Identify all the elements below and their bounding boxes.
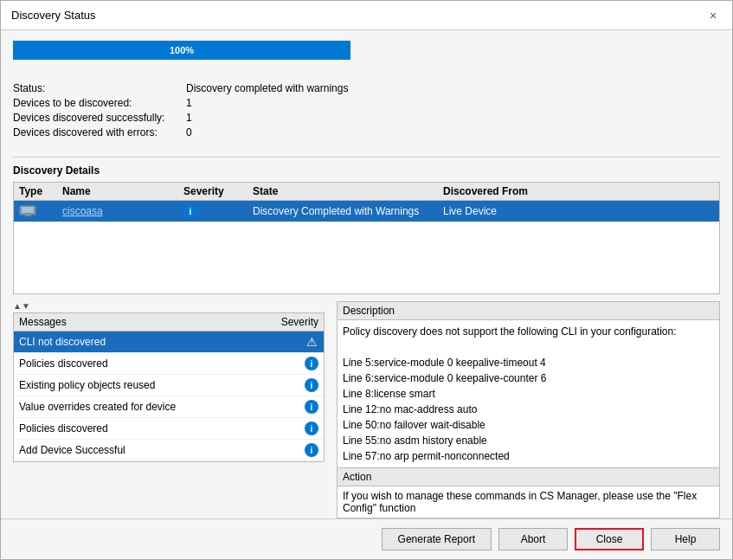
message-text: Existing policy objects reused [19, 379, 293, 391]
discovered-err-label: Devices discovered with errors: [13, 126, 186, 138]
discovery-details-title: Discovery Details [13, 164, 720, 177]
discovered-err-value: 0 [186, 126, 192, 138]
svg-rect-1 [22, 207, 34, 213]
cell-name[interactable]: ciscoasa [62, 205, 183, 217]
messages-list[interactable]: CLI not discovered ⚠ Policies discovered… [14, 331, 324, 461]
device-icon [19, 205, 36, 217]
message-severity-icon: i [293, 357, 318, 370]
dialog-content: 100% Status: Discovery completed with wa… [1, 30, 732, 518]
message-text: Policies discovered [19, 357, 293, 370]
cell-type-icon [19, 205, 62, 217]
cell-severity-icon: i [183, 204, 253, 218]
col-header-severity: Severity [183, 185, 253, 197]
list-item[interactable]: CLI not discovered ⚠ [14, 331, 324, 353]
info-icon: i [305, 443, 318, 457]
message-severity-icon: i [293, 378, 318, 392]
list-item[interactable]: Policies discovered i [14, 418, 324, 440]
description-panel: Description Policy discovery does not su… [337, 301, 720, 518]
status-label: Status: [13, 82, 186, 94]
list-item[interactable]: Existing policy objects reused i [14, 375, 324, 396]
col-header-type: Type [19, 185, 62, 197]
svg-rect-2 [25, 215, 30, 216]
desc-header: Description [338, 302, 719, 320]
list-item[interactable]: Policies discovered i [14, 353, 324, 375]
desc-content[interactable]: Policy discovery does not support the fo… [338, 320, 719, 468]
message-severity-icon: ⚠ [293, 335, 318, 349]
desc-section: Description Policy discovery does not su… [338, 302, 719, 468]
to-discover-value: 1 [186, 97, 192, 109]
table-row[interactable]: ciscoasa i Discovery Completed with Warn… [14, 201, 719, 222]
action-header: Action [338, 468, 719, 486]
messages-header: Messages Severity [14, 313, 324, 331]
footer: Generate Report Abort Close Help [1, 518, 732, 559]
warning-icon: ⚠ [305, 335, 318, 349]
action-content: If you wish to manage these commands in … [338, 486, 719, 518]
to-discover-label: Devices to be discovered: [13, 97, 186, 109]
cell-state: Discovery Completed with Warnings [253, 205, 443, 217]
col-header-name: Name [62, 185, 183, 197]
status-section: Status: Discovery completed with warning… [13, 82, 720, 141]
message-text: Value overrides created for device [19, 401, 293, 413]
info-icon: i [305, 422, 318, 435]
bottom-section: ▲ ▼ Messages Severity CLI not discovered… [13, 301, 720, 518]
left-panel: ▲ ▼ Messages Severity CLI not discovered… [13, 301, 333, 518]
dialog-title: Discovery Status [11, 9, 96, 22]
info-icon: i [305, 357, 318, 370]
messages-col-label: Messages [19, 316, 67, 328]
discovered-ok-row: Devices discovered successfully: 1 [13, 112, 720, 124]
message-severity-icon: i [293, 443, 318, 457]
progress-section: 100% [13, 41, 720, 72]
cell-discovered: Live Device [443, 205, 714, 217]
discovered-ok-label: Devices discovered successfully: [13, 112, 186, 124]
discovered-ok-value: 1 [186, 112, 192, 124]
col-header-state: State [253, 185, 443, 197]
info-icon: i [183, 204, 197, 218]
resize-down-arrow[interactable]: ▼ [22, 301, 30, 311]
discovery-status-dialog: Discovery Status × 100% Status: Discover… [0, 0, 733, 560]
progress-bar-label: 100% [13, 41, 350, 60]
list-item[interactable]: Value overrides created for device i [14, 396, 324, 418]
help-button[interactable]: Help [651, 528, 720, 550]
close-button[interactable]: Close [575, 528, 644, 550]
generate-report-button[interactable]: Generate Report [382, 528, 492, 550]
list-item[interactable]: Add Device Successful i [14, 440, 324, 461]
message-text: Add Device Successful [19, 444, 293, 456]
info-icon: i [305, 400, 318, 414]
status-row: Status: Discovery completed with warning… [13, 82, 720, 94]
action-section: Action If you wish to manage these comma… [338, 468, 719, 518]
discovered-err-row: Devices discovered with errors: 0 [13, 126, 720, 138]
resize-up-arrow[interactable]: ▲ [13, 301, 22, 311]
col-header-discovered: Discovered From [443, 185, 714, 197]
info-icon: i [305, 378, 318, 392]
status-value: Discovery completed with warnings [186, 82, 348, 94]
messages-severity-col-label: Severity [281, 316, 318, 328]
desc-text: Policy discovery does not support the fo… [343, 325, 677, 462]
message-text: CLI not discovered [19, 336, 293, 348]
discovery-table: Type Name Severity State Discovered From… [13, 182, 720, 294]
resize-handle-area: ▲ ▼ [13, 301, 333, 311]
divider [13, 157, 720, 158]
messages-panel: Messages Severity CLI not discovered ⚠ [13, 312, 325, 462]
message-severity-icon: i [293, 422, 318, 435]
message-text: Policies discovered [19, 422, 293, 434]
close-icon[interactable]: × [704, 7, 722, 24]
to-discover-row: Devices to be discovered: 1 [13, 97, 720, 109]
table-header: Type Name Severity State Discovered From [14, 183, 719, 201]
title-bar: Discovery Status × [1, 1, 732, 30]
abort-button[interactable]: Abort [498, 528, 568, 550]
message-severity-icon: i [293, 400, 318, 414]
progress-bar-container: 100% [13, 41, 350, 60]
